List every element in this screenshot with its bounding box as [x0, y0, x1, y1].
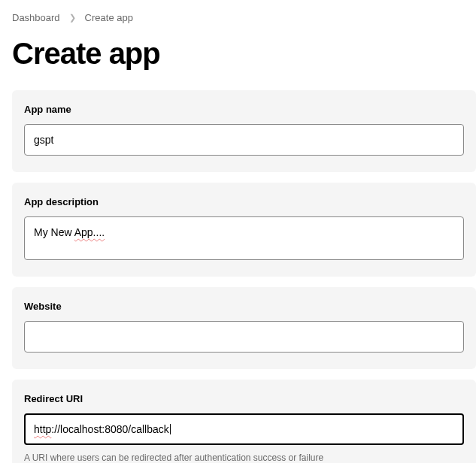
app-description-text-plain: My New: [34, 226, 74, 238]
redirect-uri-input[interactable]: http://localhost:8080/callback: [24, 413, 464, 445]
breadcrumb-current: Create app: [85, 12, 133, 23]
chevron-right-icon: ❯: [69, 13, 76, 23]
section-app-description: App description My New App....: [12, 183, 476, 277]
redirect-uri-scheme: http: [34, 423, 51, 435]
app-description-input[interactable]: My New App....: [24, 216, 464, 260]
section-website: Website: [12, 287, 476, 369]
redirect-uri-label: Redirect URI: [24, 393, 464, 404]
breadcrumb-dashboard-link[interactable]: Dashboard: [12, 12, 60, 23]
redirect-uri-rest: ://localhost:8080/callback: [51, 423, 168, 435]
section-app-name: App name: [12, 90, 476, 172]
website-input[interactable]: [24, 321, 464, 353]
app-description-label: App description: [24, 196, 464, 207]
app-name-label: App name: [24, 104, 464, 115]
page-title: Create app: [12, 37, 476, 71]
section-redirect-uri: Redirect URI http://localhost:8080/callb…: [12, 380, 476, 463]
redirect-uri-help-text: A URI where users can be redirected afte…: [24, 452, 464, 463]
website-label: Website: [24, 301, 464, 312]
breadcrumb: Dashboard ❯ Create app: [12, 9, 476, 37]
app-description-text-spellcheck: App....: [74, 226, 105, 238]
text-caret-icon: [170, 424, 171, 434]
app-name-input[interactable]: [24, 124, 464, 156]
